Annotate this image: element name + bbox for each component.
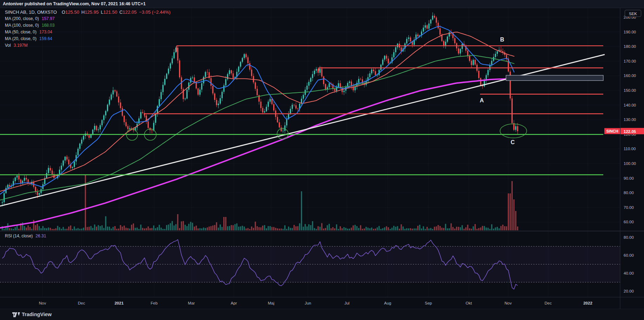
time-tick-label: Nov	[39, 301, 46, 305]
time-tick-label: Mar	[188, 301, 195, 305]
last-price-badge-text: 122.05	[624, 129, 636, 134]
close-key: C	[119, 9, 123, 15]
ma100-line[interactable]	[0, 55, 514, 200]
annotation-label-b[interactable]: B	[500, 37, 504, 43]
ma50-value: 173.04	[39, 30, 52, 34]
time-tick-label: Jun	[305, 301, 311, 305]
time-tick-label: Dec	[545, 301, 552, 305]
publish-bar: Antoniver published on TradingView.com, …	[0, 0, 644, 8]
price-tick-label: 100.00	[624, 161, 636, 166]
ma20-line[interactable]	[0, 26, 514, 194]
time-tick-label: 2021	[114, 301, 124, 305]
rsi-value: 26.31	[35, 233, 46, 238]
symbol-title: SINCH AB, 1D, OMXSTO	[5, 9, 57, 15]
ma20-value: 159.64	[39, 36, 52, 41]
ma50-line[interactable]	[0, 32, 514, 191]
price-axis[interactable]: 200.00190.00180.00170.00160.00150.00140.…	[624, 15, 636, 293]
price-tick-label: 90.00	[624, 176, 634, 180]
high-key: H	[81, 9, 85, 15]
indicator-row-ma50[interactable]: MA (50, close, 0)173.04	[5, 30, 171, 36]
time-tick-label: 2022	[583, 301, 592, 305]
low-value: 121.50	[103, 9, 117, 15]
price-tick-label: 80.00	[624, 191, 634, 195]
price-tick-label: 190.00	[624, 30, 636, 34]
time-tick-label: Aug	[384, 301, 391, 305]
footer-bar: TradingView	[0, 309, 644, 320]
high-value: 125.95	[85, 9, 99, 15]
price-tick-label: 160.00	[624, 73, 636, 78]
indicator-row-volume[interactable]: Vol3.197M	[5, 43, 171, 50]
price-tick-label: 140.00	[624, 103, 636, 107]
annotation-label-a[interactable]: A	[480, 97, 484, 103]
ma100-value: 168.03	[42, 23, 55, 28]
open-key: O	[62, 9, 65, 15]
chart-canvas[interactable]: ABC200.00190.00180.00170.00160.00150.001…	[0, 8, 644, 309]
rsi-tick-label: 40.00	[624, 271, 634, 275]
rsi-pane[interactable]	[0, 239, 620, 289]
price-tick-label: 170.00	[624, 59, 636, 63]
price-tick-label: 150.00	[624, 88, 636, 92]
price-tick-label: 110.00	[624, 147, 636, 151]
rsi-tick-label: 20.00	[624, 289, 634, 293]
time-axis[interactable]: NovDec2021FebMarAprMajJunJulAugSepOktNov…	[39, 301, 592, 305]
tradingview-brand[interactable]: TradingView	[22, 312, 52, 317]
symbol-row[interactable]: SINCH AB, 1D, OMXSTOO125.50H125.95L121.5…	[5, 9, 171, 16]
time-tick-label: Feb	[151, 301, 158, 305]
rsi-legend[interactable]: RSI (14, close)26.31	[5, 233, 46, 238]
open-value: 125.50	[65, 9, 79, 15]
indicator-row-ma100[interactable]: MA (100, close, 0)168.03	[5, 23, 171, 30]
change-value: −3.05 (−2.44%)	[139, 9, 171, 15]
time-tick-label: Nov	[505, 301, 512, 305]
price-tick-label: 180.00	[624, 44, 636, 49]
annotation-label-c[interactable]: C	[511, 139, 515, 145]
currency-toggle-button[interactable]: SEK	[625, 10, 641, 17]
time-tick-label: Maj	[268, 301, 275, 305]
indicator-row-ma20[interactable]: MA (20, close, 0)159.64	[5, 36, 171, 43]
rsi-label: RSI (14, close)	[5, 233, 33, 238]
time-tick-label: Dec	[78, 301, 85, 305]
time-tick-label: Jul	[344, 301, 350, 305]
ma200-value: 157.97	[42, 16, 55, 21]
time-tick-label: Okt	[466, 301, 472, 305]
rsi-tick-label: 60.00	[624, 253, 634, 257]
ma200-line[interactable]	[0, 79, 514, 228]
main-legend: SINCH AB, 1D, OMXSTOO125.50H125.95L121.5…	[5, 9, 171, 50]
price-tick-label: 60.00	[624, 220, 634, 224]
symbol-badge-text: SINCH	[606, 129, 618, 133]
time-tick-label: Sep	[425, 301, 432, 305]
close-value: 122.05	[123, 9, 137, 15]
rsi-tick-label: 80.00	[624, 235, 634, 239]
price-box[interactable]	[506, 75, 603, 81]
tradingview-logo-icon[interactable]	[12, 312, 20, 318]
time-tick-label: Apr	[231, 301, 237, 305]
volume-value: 3.197M	[14, 43, 28, 48]
indicator-row-ma200[interactable]: MA (200, close, 0)157.97	[5, 16, 171, 23]
price-tick-label: 70.00	[624, 205, 634, 210]
price-tick-label: 130.00	[624, 117, 636, 122]
publish-text: Antoniver published on TradingView.com, …	[3, 0, 146, 8]
